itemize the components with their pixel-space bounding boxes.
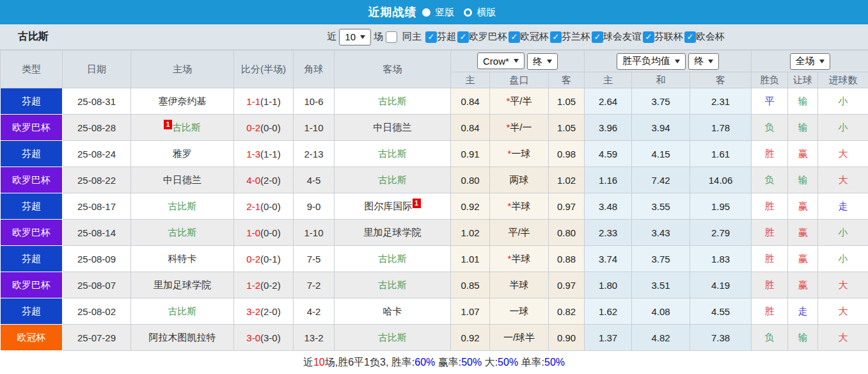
- result-handicap: 输: [788, 88, 818, 115]
- chevron-down-icon: [819, 60, 825, 63]
- horizontal-layout-label[interactable]: 横版: [477, 6, 496, 19]
- league-label-4[interactable]: 球会友谊: [603, 31, 642, 42]
- table-row: 欧冠杯25-07-29阿拉木图凯拉特3-0(3-0)13-2古比斯0.92一/球…: [1, 325, 868, 351]
- result-goals: 大: [818, 325, 868, 351]
- avg-away: 2.31: [690, 88, 752, 115]
- result-goals: 小: [818, 220, 868, 246]
- full-match-select[interactable]: 全场: [790, 53, 830, 70]
- sub-header-5: 客: [690, 72, 752, 88]
- league-label-1[interactable]: 欧罗巴杯: [469, 31, 507, 42]
- vertical-layout-label[interactable]: 竖版: [436, 6, 455, 19]
- result-goals: 大: [818, 298, 868, 325]
- sub-header-0: 主: [451, 72, 490, 88]
- match-date: 25-08-17: [63, 193, 131, 220]
- corner-cell: 7-5: [294, 246, 335, 272]
- handicap-text: 两球: [510, 174, 529, 185]
- away-team: 古比斯: [335, 325, 451, 351]
- near-label: 近: [327, 31, 336, 43]
- handicap-cell: *半球: [490, 193, 549, 220]
- odds-away: 0.90: [549, 325, 585, 351]
- avg-home: 2.64: [585, 88, 632, 115]
- away-team-name: 古比斯: [378, 332, 407, 343]
- home-team-name: 雅罗: [173, 148, 192, 159]
- handicap-cell: 一球: [490, 298, 549, 325]
- same-home-label[interactable]: 同主: [402, 31, 422, 43]
- avg-home: 3.74: [585, 246, 632, 272]
- league-label-5[interactable]: 芬联杯: [654, 31, 683, 42]
- league-checkbox-1[interactable]: ✓: [457, 31, 469, 43]
- vertical-layout-radio[interactable]: [422, 8, 430, 17]
- table-row: 欧罗巴杯25-08-22中日德兰4-0(2-0)4-5古比斯0.80两球1.02…: [1, 167, 868, 193]
- competition-badge: 芬超: [1, 246, 63, 272]
- odds-away: 1.05: [549, 115, 585, 141]
- odds-time-select[interactable]: 终: [527, 53, 558, 70]
- match-count-select[interactable]: 10: [339, 29, 371, 45]
- league-label-3[interactable]: 芬兰杯: [562, 31, 590, 42]
- away-team: 哈卡: [335, 298, 451, 325]
- avg-home: 1.16: [585, 167, 632, 193]
- wdl-average-select[interactable]: 胜平负均值: [617, 53, 686, 70]
- odds-home: 0.91: [451, 141, 490, 167]
- avg-time-select[interactable]: 终: [688, 53, 719, 70]
- corner-cell: 4-2: [294, 298, 335, 325]
- header-away: 客场: [335, 51, 451, 88]
- home-team: 古比斯: [131, 193, 234, 220]
- chevron-down-icon: [360, 35, 365, 39]
- odds-home: 0.85: [451, 272, 490, 298]
- result-wdl: 胜: [752, 298, 788, 325]
- odds-home: 0.92: [451, 193, 490, 220]
- competition-badge: 芬超: [1, 141, 63, 167]
- away-team-name: 古比斯: [378, 95, 407, 106]
- league-checkbox-6[interactable]: ✓: [684, 31, 696, 43]
- away-team-name: 古比斯: [378, 148, 407, 159]
- avg-away: 1.83: [690, 246, 752, 272]
- top-nav-bar: 近期战绩 竖版 横版: [0, 0, 868, 24]
- handicap-cell: 一/球半: [490, 325, 549, 351]
- score-cell: 0-2(0-1): [234, 246, 294, 272]
- result-goals: 小: [818, 115, 868, 141]
- competition-badge: 欧罗巴杯: [1, 272, 63, 298]
- league-checkbox-3[interactable]: ✓: [550, 31, 562, 43]
- odds-home: 0.84: [451, 115, 490, 141]
- summary-part-7: 50%: [498, 357, 518, 368]
- horizontal-layout-radio[interactable]: [464, 8, 472, 17]
- sub-header-7: 让球: [788, 72, 818, 88]
- summary-part-2: 场,胜6平1负3, 胜率:: [325, 356, 414, 370]
- result-wdl: 胜: [752, 220, 788, 246]
- away-team: 里加足球学院: [335, 220, 451, 246]
- score-fulltime: 4-0: [246, 175, 260, 186]
- league-label-6[interactable]: 欧会杯: [696, 31, 725, 42]
- avg-draw: 4.82: [632, 325, 690, 351]
- league-checkbox-5[interactable]: ✓: [643, 31, 654, 43]
- away-team: 古比斯: [335, 272, 451, 298]
- table-row: 欧罗巴杯25-08-281古比斯0-2(0-0)1-10中日德兰0.84*半/一…: [1, 115, 868, 141]
- away-team-name: 古比斯: [378, 279, 407, 290]
- same-home-checkbox[interactable]: [386, 31, 397, 43]
- league-checkbox-0[interactable]: ✓: [425, 31, 437, 43]
- corner-cell: 9-0: [294, 193, 335, 220]
- score-cell: 1-0(0-0): [234, 220, 294, 246]
- matches-label: 场: [374, 31, 383, 43]
- match-date: 25-08-09: [63, 246, 131, 272]
- score-cell: 0-2(0-0): [234, 115, 294, 141]
- avg-select-group: 胜平负均值 终: [585, 51, 752, 72]
- home-team: 中日德兰: [131, 167, 234, 193]
- result-handicap: 输: [788, 167, 818, 193]
- bookmaker-select[interactable]: Crow*: [477, 53, 525, 69]
- away-team-name: 里加足球学院: [364, 227, 422, 238]
- league-checkboxes: ✓芬超✓欧罗巴杯✓欧冠杯✓芬兰杯✓球会友谊✓芬联杯✓欧会杯: [425, 31, 726, 43]
- league-label-0[interactable]: 芬超: [437, 31, 456, 42]
- league-checkbox-4[interactable]: ✓: [592, 31, 603, 43]
- match-date: 25-08-02: [63, 298, 131, 325]
- score-halftime: (2-0): [260, 306, 281, 317]
- page-title: 近期战绩: [368, 4, 417, 20]
- league-checkbox-2[interactable]: ✓: [509, 31, 520, 43]
- corner-cell: 13-2: [294, 325, 335, 351]
- score-fulltime: 1-3: [246, 149, 260, 159]
- filter-bar: 古比斯 近 10 场 同主 ✓芬超✓欧罗巴杯✓欧冠杯✓芬兰杯✓球会友谊✓芬联杯✓…: [0, 24, 868, 50]
- league-label-2[interactable]: 欧冠杯: [520, 31, 549, 42]
- result-goals: 走: [818, 193, 868, 220]
- score-fulltime: 3-0: [246, 332, 260, 343]
- corner-cell: 4-5: [294, 167, 335, 193]
- header-score: 比分(半场): [234, 51, 294, 88]
